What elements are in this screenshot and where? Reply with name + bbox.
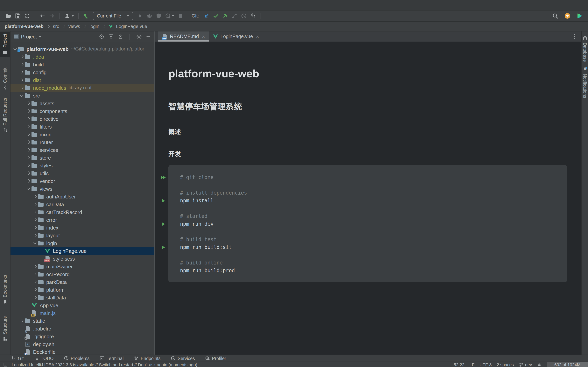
tree-row[interactable]: platform <box>10 286 154 294</box>
tool-window-button[interactable]: Endpoints <box>134 356 161 361</box>
caret-position[interactable]: 52:22 <box>454 362 464 367</box>
tree-row[interactable]: directive <box>10 115 154 123</box>
tree-row[interactable]: mainSwiper <box>10 263 154 270</box>
debug-button[interactable] <box>145 12 154 20</box>
git-commit-button[interactable] <box>211 12 221 20</box>
tree-row[interactable]: mixin <box>10 131 154 138</box>
breadcrumb-file[interactable]: LoginPage.vue <box>116 24 147 29</box>
sidebar-item-notifications[interactable]: Notifications <box>582 65 588 100</box>
lock-icon[interactable] <box>537 362 542 367</box>
git-branch-widget[interactable]: dev <box>519 362 532 367</box>
tree-row[interactable]: components <box>10 107 154 115</box>
tree-row[interactable]: ocrRecord <box>10 270 154 278</box>
run-button[interactable] <box>135 12 145 20</box>
git-cherry-pick-button[interactable] <box>230 12 239 20</box>
search-everywhere-button[interactable] <box>551 12 560 20</box>
build-hammer-button[interactable] <box>81 12 91 20</box>
layout-toggle-icon[interactable] <box>3 362 8 367</box>
tree-row[interactable]: styles <box>10 162 154 169</box>
tree-row[interactable]: authAppUser <box>10 193 154 200</box>
ide-update-icon[interactable] <box>563 12 572 20</box>
tool-window-button[interactable]: Profiler <box>205 356 226 361</box>
memory-indicator[interactable]: 602 of 1024M <box>547 362 588 367</box>
tab-readme[interactable]: MD README.md × <box>158 32 209 42</box>
tree-row[interactable]: index <box>10 224 154 232</box>
sidebar-item-project[interactable]: Project <box>0 32 10 57</box>
hide-panel-icon[interactable] <box>146 34 151 40</box>
breadcrumb-item[interactable]: views <box>69 24 80 29</box>
tree-row[interactable]: static <box>10 317 154 325</box>
gear-icon[interactable] <box>136 34 142 40</box>
code-with-me-users-button[interactable] <box>62 12 76 20</box>
tree-row[interactable]: error <box>10 216 154 224</box>
git-rollback-button[interactable] <box>249 12 258 20</box>
back-button[interactable] <box>38 12 47 20</box>
git-push-button[interactable] <box>221 12 230 20</box>
sidebar-item-commit[interactable]: Commit <box>0 66 10 92</box>
tab-options-kebab-icon[interactable] <box>572 33 578 40</box>
tree-row[interactable]: layout <box>10 232 154 239</box>
tree-row[interactable]: stallData <box>10 294 154 301</box>
forward-button[interactable] <box>47 12 56 20</box>
tool-window-button[interactable]: TODO <box>34 356 53 361</box>
tree-row[interactable]: platform-vue-web ~/GitCode/parking-platf… <box>10 45 154 53</box>
tree-row[interactable]: config <box>10 68 154 76</box>
sidebar-item-database[interactable]: Database <box>582 34 588 64</box>
collapse-all-icon[interactable] <box>117 34 123 40</box>
tree-row[interactable]: vendor <box>10 177 154 185</box>
tool-window-button[interactable]: Problems <box>64 356 89 361</box>
sidebar-item-structure[interactable]: Structure <box>0 314 10 343</box>
tree-row[interactable]: filters <box>10 123 154 131</box>
stop-button[interactable] <box>176 12 185 20</box>
file-encoding[interactable]: UTF-8 <box>479 362 492 367</box>
tree-row[interactable]: login <box>10 239 154 247</box>
chevron-down-icon[interactable] <box>39 36 41 37</box>
tree-row[interactable]: build <box>10 61 154 68</box>
tree-row[interactable]: › deploy.sh <box>10 340 154 348</box>
breadcrumb-item[interactable]: platform-vue-web <box>5 24 43 29</box>
tree-row[interactable]: assets <box>10 100 154 107</box>
locate-file-icon[interactable] <box>99 34 105 40</box>
tree-row[interactable]: router <box>10 138 154 146</box>
tree-row[interactable]: {} .babelrc <box>10 325 154 333</box>
tree-row[interactable]: .gitignore <box>10 333 154 340</box>
sidebar-item-pull-requests[interactable]: Pull Requests <box>0 96 10 134</box>
tree-row[interactable]: utils <box>10 169 154 177</box>
tree-row[interactable]: LoginPage.vue <box>10 247 154 255</box>
tree-row[interactable]: services <box>10 146 154 154</box>
tree-row[interactable]: src <box>10 92 154 100</box>
tree-row[interactable]: carTrackRecord <box>10 208 154 216</box>
sidebar-item-bookmarks[interactable]: Bookmarks <box>0 273 10 306</box>
tree-row[interactable]: views <box>10 185 154 193</box>
indent-style[interactable]: 2 spaces <box>497 362 514 367</box>
tree-row[interactable]: node_modules library root <box>10 84 154 92</box>
tree-row[interactable]: carData <box>10 200 154 208</box>
tree-row[interactable]: SASS style.scss <box>10 255 154 263</box>
breadcrumb-item[interactable]: login <box>89 24 99 29</box>
tool-window-button[interactable]: Git <box>11 356 24 361</box>
line-separator[interactable]: LF <box>469 362 475 367</box>
run-configuration-select[interactable]: Current File <box>93 12 133 20</box>
tree-row[interactable]: store <box>10 154 154 162</box>
tree-row[interactable]: parkData <box>10 278 154 286</box>
tree-row[interactable]: .idea <box>10 53 154 61</box>
profile-button[interactable] <box>163 12 176 20</box>
jetbrains-gradient-logo-icon[interactable] <box>575 12 584 20</box>
open-button[interactable] <box>4 12 13 20</box>
close-icon[interactable]: × <box>256 34 259 39</box>
tool-window-button[interactable]: Terminal <box>100 356 124 361</box>
breadcrumb-item[interactable]: src <box>53 24 59 29</box>
git-update-button[interactable] <box>202 12 211 20</box>
close-icon[interactable]: × <box>202 34 205 39</box>
sync-button[interactable] <box>23 12 32 20</box>
save-all-button[interactable] <box>13 12 23 20</box>
run-with-coverage-button[interactable] <box>154 12 163 20</box>
tree-row[interactable]: dist <box>10 76 154 84</box>
expand-all-icon[interactable] <box>108 34 114 40</box>
tab-loginpage[interactable]: LoginPage.vue × <box>209 32 263 42</box>
tree-row[interactable]: JS main.js <box>10 309 154 317</box>
tree-row[interactable]: App.vue <box>10 301 154 309</box>
tool-window-button[interactable]: Services <box>171 356 195 361</box>
git-history-button[interactable] <box>239 12 249 20</box>
tree-row[interactable]: D Dockerfile <box>10 348 154 355</box>
